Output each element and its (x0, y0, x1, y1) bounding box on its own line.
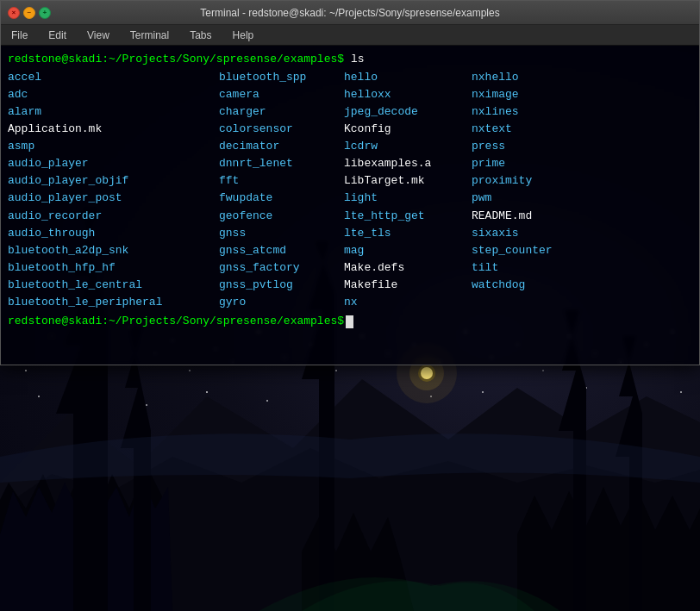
window-controls: × − + (8, 7, 51, 19)
menu-tabs[interactable]: Tabs (186, 28, 215, 43)
list-item: light (344, 190, 472, 207)
list-item: Makefile (344, 277, 472, 294)
list-item: prime (472, 155, 588, 172)
list-item: Make.defs (344, 259, 472, 277)
ls-col-1: accel adc alarm Application.mk asmp audi… (8, 69, 219, 312)
ls-output: accel adc alarm Application.mk asmp audi… (8, 69, 692, 312)
svg-point-7 (189, 370, 191, 371)
ls-col-2: bluetooth_spp camera charger colorsensor… (219, 69, 344, 312)
close-button[interactable]: × (8, 7, 20, 19)
svg-point-13 (335, 370, 337, 371)
svg-point-35 (482, 391, 484, 393)
svg-point-31 (266, 400, 268, 402)
list-item: adc (8, 86, 219, 103)
command-text: ls (351, 53, 365, 65)
svg-point-43 (421, 367, 433, 379)
menu-bar: File Edit View Terminal Tabs Help (1, 25, 699, 46)
list-item: gyro (219, 294, 344, 311)
list-item: lte_tls (344, 225, 472, 242)
list-item: helloxx (344, 86, 472, 103)
list-item: bluetooth_hfp_hf (8, 259, 219, 277)
cursor-prompt-text: redstone@skadi:~/Projects/Sony/spresense… (8, 313, 344, 330)
list-item: fft (219, 172, 344, 190)
ls-col-4: nxhello nximage nxlines nxtext press pri… (472, 69, 588, 312)
list-item: LibTarget.mk (344, 172, 472, 190)
list-item: fwupdate (219, 190, 344, 207)
list-item: nxlines (472, 103, 588, 121)
list-item: Application.mk (8, 121, 219, 138)
prompt-line-1: redstone@skadi:~/Projects/Sony/spresense… (8, 51, 692, 68)
list-item: press (472, 138, 588, 155)
svg-point-21 (542, 370, 544, 371)
list-item: step_counter (472, 242, 588, 259)
list-item: watchdog (472, 277, 588, 294)
menu-edit[interactable]: Edit (45, 28, 70, 43)
list-item: pwm (472, 190, 588, 207)
list-item: gnss_atcmd (219, 242, 344, 259)
list-item: nx (344, 294, 472, 311)
list-item: decimator (219, 138, 344, 155)
list-item: geofence (219, 208, 344, 225)
list-item: lcdrw (344, 138, 472, 155)
list-item: camera (219, 86, 344, 103)
list-item: asmp (8, 138, 219, 155)
list-item: audio_player_post (8, 190, 219, 207)
list-item: audio_player_objif (8, 172, 219, 190)
list-item: Kconfig (344, 121, 472, 138)
svg-point-0 (25, 370, 27, 371)
list-item: hello (344, 69, 472, 86)
menu-terminal[interactable]: Terminal (127, 28, 172, 43)
list-item: nxtext (472, 121, 588, 138)
list-item: bluetooth_le_peripheral (8, 294, 219, 311)
list-item: lte_http_get (344, 208, 472, 225)
list-item: nxhello (472, 69, 588, 86)
ls-col-3: hello helloxx jpeg_decode Kconfig lcdrw … (344, 69, 472, 312)
list-item: audio_player (8, 155, 219, 172)
svg-point-39 (680, 391, 682, 393)
list-item: accel (8, 69, 219, 86)
list-item: nximage (472, 86, 588, 103)
list-item: README.md (472, 208, 588, 225)
list-item: bluetooth_spp (219, 69, 344, 86)
list-item: jpeg_decode (344, 103, 472, 121)
window-title: Terminal - redstone@skadi: ~/Projects/So… (200, 7, 499, 19)
list-item: gnss_factory (219, 259, 344, 277)
svg-point-29 (146, 404, 147, 406)
terminal-window: × − + Terminal - redstone@skadi: ~/Proje… (0, 0, 700, 365)
minimize-button[interactable]: − (23, 7, 35, 19)
list-item: audio_through (8, 225, 219, 242)
list-item: gnss (219, 225, 344, 242)
menu-help[interactable]: Help (229, 28, 258, 43)
title-bar: × − + Terminal - redstone@skadi: ~/Proje… (1, 1, 699, 25)
list-item: libexamples.a (344, 155, 472, 172)
list-item: tilt (472, 259, 588, 277)
terminal-body[interactable]: redstone@skadi:~/Projects/Sony/spresense… (1, 46, 699, 365)
list-item: gnss_pvtlog (219, 277, 344, 294)
list-item: sixaxis (472, 225, 588, 242)
maximize-button[interactable]: + (39, 7, 51, 19)
list-item: proximity (472, 172, 588, 190)
svg-point-27 (38, 396, 40, 397)
list-item: alarm (8, 103, 219, 121)
menu-view[interactable]: View (84, 28, 113, 43)
menu-file[interactable]: File (8, 28, 31, 43)
cursor-prompt-line: redstone@skadi:~/Projects/Sony/spresense… (8, 313, 692, 330)
list-item: mag (344, 242, 472, 259)
list-item: bluetooth_le_central (8, 277, 219, 294)
list-item: charger (219, 103, 344, 121)
list-item: colorsensor (219, 121, 344, 138)
list-item: bluetooth_a2dp_snk (8, 242, 219, 259)
cursor-block (346, 315, 353, 328)
list-item: dnnrt_lenet (219, 155, 344, 172)
prompt-text: redstone@skadi:~/Projects/Sony/spresense… (8, 53, 351, 65)
svg-point-30 (206, 391, 208, 393)
list-item: audio_recorder (8, 208, 219, 225)
